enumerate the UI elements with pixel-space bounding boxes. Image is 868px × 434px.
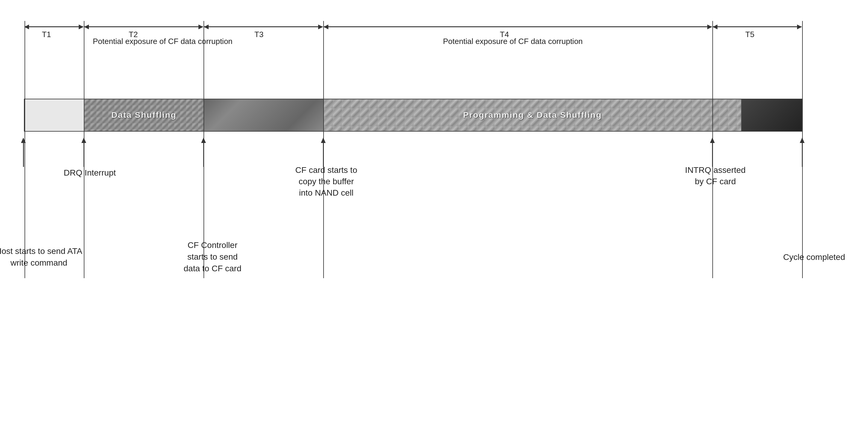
t4-arrow: [324, 26, 712, 27]
t2-arrow: [84, 26, 203, 27]
arrow-head-2: [82, 138, 86, 143]
bar-segment-2: Data Shuffling: [84, 99, 204, 131]
vline-t3-t4: [323, 21, 324, 99]
arrow-shaft-2: [84, 143, 84, 167]
vline-0: [25, 21, 25, 99]
label-intrq: INTRQ assertedby CF card: [664, 165, 766, 187]
arrow-shaft-3: [203, 143, 204, 167]
t5-arrow: [713, 26, 802, 27]
vline-t1-t2: [84, 21, 84, 99]
bar-segment-1: [25, 99, 84, 131]
label-cf-ctrl: CF Controllerstarts to senddata to CF ca…: [162, 239, 264, 275]
bar-segment-4: Programming & Data Shuffling: [324, 99, 742, 131]
arrow-host-start: [21, 138, 26, 167]
main-bar: Data Shuffling Programming & Data Shuffl…: [24, 99, 802, 132]
vline-t2-t3: [204, 21, 204, 99]
bar-text-2: Data Shuffling: [111, 110, 177, 120]
t1-label: T1: [42, 30, 51, 39]
arrow-shaft-6: [802, 143, 803, 167]
t1-arrow: [25, 26, 83, 27]
t3-arrow: [204, 26, 323, 27]
vline-end: [802, 21, 803, 99]
arrow-shaft-4: [323, 143, 324, 167]
t5-label: T5: [745, 30, 754, 39]
arrow-cf-copy: [321, 138, 326, 167]
arrow-intrq: [710, 138, 715, 167]
arrow-cycle-end: [800, 138, 805, 167]
exposure-label-1: Potential exposure of CF data corruption: [93, 36, 232, 47]
exposure-label-2: Potential exposure of CF data corruption: [443, 36, 583, 47]
bar-segment-5: [742, 99, 802, 131]
arrow-head-3: [201, 138, 206, 143]
diagram-container: T1 T2 T3 T4 T5 Potential exposure of CF …: [24, 12, 838, 425]
bar-segment-3: [204, 99, 324, 131]
label-cf-copy: CF card starts tocopy the bufferinto NAN…: [278, 165, 374, 198]
label-cycle-end: Cycle completed: [766, 251, 862, 263]
arrow-head-6: [800, 138, 805, 143]
t3-label: T3: [254, 30, 264, 39]
arrow-head-4: [321, 138, 326, 143]
label-host-start: Host starts to send ATA write command: [0, 245, 90, 269]
arrow-shaft-1: [23, 143, 24, 167]
vline-through-t4-t5: [712, 99, 713, 278]
arrow-head-1: [21, 138, 26, 143]
label-drq: DRQ Interrupt: [48, 167, 132, 178]
bar-text-4: Programming & Data Shuffling: [463, 110, 602, 120]
arrow-head-5: [710, 138, 715, 143]
arrow-shaft-5: [712, 143, 713, 167]
arrow-cf-ctrl: [201, 138, 206, 167]
arrow-drq: [82, 138, 86, 167]
vline-t4-t5: [712, 21, 713, 99]
